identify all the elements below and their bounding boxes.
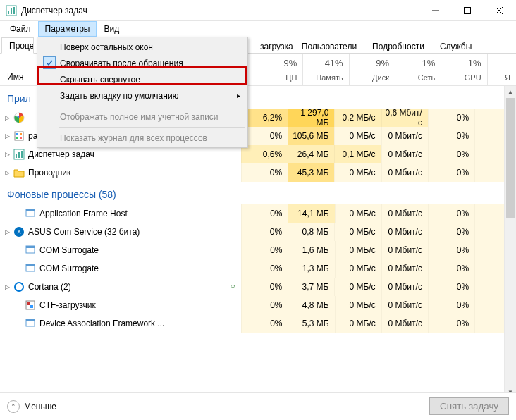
header-memory[interactable]: 41%Память: [302, 54, 348, 85]
menu-view[interactable]: Вид: [97, 21, 126, 37]
end-task-button[interactable]: Снять задачу: [429, 397, 509, 415]
cpu-cell: 0%: [241, 204, 288, 223]
process-row[interactable]: COM Surrogate0%1,3 МБ0 МБ/с0 Мбит/с0%: [0, 259, 504, 278]
options-dropdown: Поверх остальных окон Сворачивать после …: [37, 37, 248, 148]
disk-cell: 0 МБ/с: [334, 127, 381, 145]
maximize-button[interactable]: [451, 0, 483, 20]
disk-cell: 0,2 МБ/с: [334, 109, 381, 127]
tab-details[interactable]: Подробности: [364, 38, 432, 54]
tab-processes[interactable]: Проце: [1, 37, 34, 54]
process-icon: [13, 167, 25, 178]
vertical-scrollbar[interactable]: ▲ ▼: [504, 86, 516, 398]
process-row[interactable]: ▷Cortana (2)⌔0%3,7 МБ0 МБ/с0 Мбит/с0%: [0, 278, 504, 296]
svg-rect-12: [20, 133, 22, 135]
memory-cell: 1,6 МБ: [288, 241, 334, 259]
header-extra[interactable]: Я: [487, 54, 516, 85]
header-disk[interactable]: 9%Диск: [349, 54, 395, 85]
expand-icon[interactable]: ▷: [1, 283, 13, 290]
memory-cell: 0,8 МБ: [288, 223, 334, 241]
check-icon: [43, 56, 56, 69]
memory-cell: 45,3 МБ: [288, 163, 334, 182]
dd-always-on-top[interactable]: Поверх остальных окон: [39, 39, 246, 55]
process-icon: [24, 263, 37, 274]
minimize-button[interactable]: [419, 0, 451, 20]
network-cell: 0,6 Мбит/с: [381, 109, 428, 127]
dd-set-default-tab[interactable]: Задать вкладку по умолчанию: [39, 87, 246, 104]
process-icon: [24, 299, 37, 311]
menu-file[interactable]: Файл: [3, 21, 38, 37]
svg-rect-3: [13, 7, 15, 14]
cpu-cell: 0%: [241, 259, 288, 278]
memory-cell: 3,7 МБ: [288, 278, 334, 296]
extra-cell: [474, 145, 504, 163]
gpu-cell: 0%: [428, 109, 474, 127]
header-gpu[interactable]: 1%GPU: [441, 54, 486, 85]
disk-cell: 0 МБ/с: [334, 223, 381, 241]
network-cell: 0 Мбит/с: [381, 241, 428, 259]
svg-rect-29: [27, 302, 30, 305]
network-cell: 0 Мбит/с: [381, 204, 428, 223]
tab-services[interactable]: Службы: [432, 38, 479, 54]
svg-rect-20: [26, 209, 35, 211]
process-row[interactable]: COM Surrogate0%1,6 МБ0 МБ/с0 Мбит/с0%: [0, 241, 504, 259]
dd-separator: [59, 106, 245, 106]
process-name: Проводник: [28, 168, 241, 178]
disk-cell: 0 МБ/с: [335, 204, 381, 223]
process-row[interactable]: Device Association Framework ...0%5,3 МБ…: [0, 314, 504, 333]
process-name: Application Frame Host: [39, 209, 241, 218]
extra-cell: [474, 278, 504, 296]
menu-options[interactable]: Параметры: [38, 21, 97, 37]
disk-cell: 0 МБ/с: [334, 163, 381, 182]
dd-minimize-on-use[interactable]: Сворачивать после обращения: [39, 55, 246, 71]
svg-rect-10: [15, 132, 23, 140]
network-cell: 0 Мбит/с: [381, 127, 428, 145]
scroll-thumb[interactable]: [506, 98, 515, 218]
scroll-up-icon[interactable]: ▲: [505, 86, 516, 98]
network-cell: 0 Мбит/с: [381, 223, 428, 241]
process-row[interactable]: CTF-загрузчик0%4,8 МБ0 МБ/с0 Мбит/с0%: [0, 296, 504, 314]
gpu-cell: 0%: [428, 278, 474, 296]
header-network[interactable]: 1%Сеть: [395, 54, 441, 85]
process-name: COM Surrogate: [39, 245, 241, 255]
tab-startup[interactable]: загрузка: [252, 38, 294, 54]
process-row[interactable]: ▷AASUS Com Service (32 бита)0%0,8 МБ0 МБ…: [0, 223, 504, 241]
process-row[interactable]: ▷Проводник0%45,3 МБ0 МБ/с0 Мбит/с0%: [0, 163, 504, 182]
header-cpu[interactable]: 9%ЦП: [257, 54, 302, 85]
svg-rect-18: [21, 151, 23, 158]
disk-cell: 0 МБ/с: [334, 278, 381, 296]
dd-hide-when-minimized[interactable]: Скрывать свернутое: [39, 71, 246, 87]
close-button[interactable]: [483, 0, 515, 20]
expand-icon[interactable]: ▷: [1, 114, 13, 121]
memory-cell: 26,4 МБ: [288, 145, 334, 163]
expand-icon[interactable]: ▷: [1, 228, 13, 235]
extra-cell: [474, 163, 504, 182]
network-cell: 0 Мбит/с: [381, 259, 428, 278]
extra-cell: [474, 314, 504, 333]
cpu-cell: 0%: [241, 163, 288, 182]
expand-icon[interactable]: ▷: [1, 169, 13, 176]
menu-bar: Файл Параметры Вид: [0, 21, 516, 37]
process-icon: [13, 281, 25, 292]
expand-icon[interactable]: ▷: [1, 132, 13, 140]
gpu-cell: 0%: [428, 296, 474, 314]
process-icon: [24, 245, 37, 256]
network-cell: 0 Мбит/с: [381, 145, 428, 163]
extra-cell: [474, 223, 504, 241]
memory-cell: 105,6 МБ: [288, 127, 334, 145]
cpu-cell: 0%: [241, 278, 288, 296]
extra-cell: [474, 127, 504, 145]
cpu-cell: 0%: [241, 296, 288, 314]
svg-text:A: A: [18, 230, 21, 235]
process-row[interactable]: Application Frame Host0%14,1 МБ0 МБ/с0 М…: [0, 204, 504, 223]
extra-cell: [474, 241, 504, 259]
svg-rect-5: [464, 7, 470, 13]
expand-icon[interactable]: ▷: [1, 151, 13, 158]
svg-rect-14: [20, 137, 22, 139]
network-cell: 0 Мбит/с: [381, 163, 428, 182]
gpu-cell: 0%: [428, 223, 474, 241]
process-icon: [13, 149, 25, 160]
tab-users[interactable]: Пользователи: [294, 38, 364, 54]
memory-cell: 1,3 МБ: [288, 259, 334, 278]
cpu-cell: 0%: [241, 241, 288, 259]
fewer-details-button[interactable]: ⌃ Меньше: [7, 400, 56, 413]
